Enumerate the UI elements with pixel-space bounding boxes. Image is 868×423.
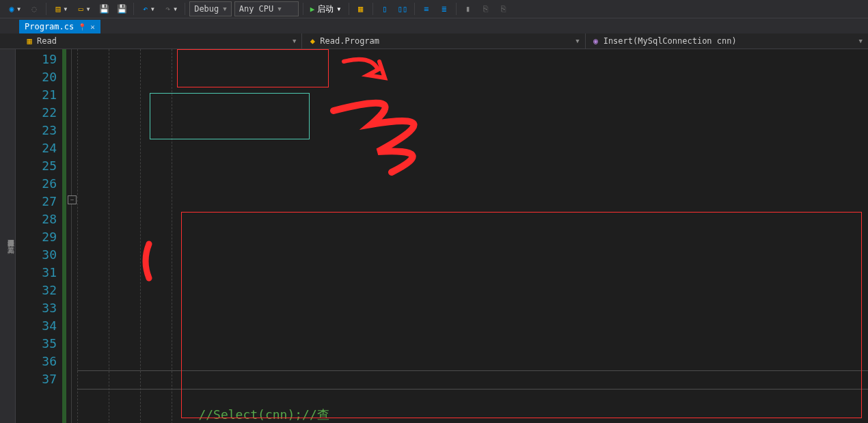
nav-forward-button[interactable]: ◌ bbox=[27, 1, 42, 16]
new-item-button[interactable]: ▤▾ bbox=[51, 1, 70, 16]
fold-toggle-icon[interactable]: − bbox=[68, 195, 77, 204]
annotation-red-box-2 bbox=[181, 212, 862, 418]
nav-back-button[interactable]: ◉▾ bbox=[4, 1, 24, 16]
nav-member-dropdown[interactable]: ◉ Insert(MySqlConnection cnn) ▼ bbox=[586, 33, 868, 49]
main-toolbar: ◉▾ ◌ ▤▾ ▭▾ 💾 💾 ↶▾ ↷▾ Debug▼ Any CPU▼ ▶启动… bbox=[0, 0, 868, 18]
annotation-red-box-1 bbox=[177, 49, 329, 87]
code-editor[interactable]: //Select(cnn);//查 Insert(cnn); Select(cn… bbox=[77, 49, 868, 423]
toolbar-icon-5[interactable]: ≣ bbox=[437, 1, 452, 16]
toolbar-icon-2[interactable]: ▯ bbox=[377, 1, 392, 16]
tab-strip: Program.cs 📍 ✕ bbox=[0, 18, 868, 33]
toolbar-icon-7[interactable]: ⎘ bbox=[496, 1, 511, 16]
left-tool-rail[interactable]: 服务器资源管理器 工具箱 bbox=[0, 49, 16, 423]
undo-button[interactable]: ↶▾ bbox=[138, 1, 158, 16]
start-debug-button[interactable]: ▶启动▾ bbox=[308, 1, 344, 16]
line-number-gutter: 192021 222324 252627 282930 313233 34353… bbox=[16, 49, 62, 423]
platform-dropdown[interactable]: Any CPU▼ bbox=[234, 1, 299, 16]
code-nav-bar: ▦ Read ▼ ◆ Read.Program ▼ ◉ Insert(MySql… bbox=[0, 33, 868, 49]
annotation-teal-box bbox=[150, 93, 310, 139]
editor-main: 服务器资源管理器 工具箱 192021 222324 252627 282930… bbox=[0, 49, 868, 423]
fold-gutter: − bbox=[66, 49, 77, 423]
save-all-button[interactable]: 💾 bbox=[114, 1, 129, 16]
tab-program-cs[interactable]: Program.cs 📍 ✕ bbox=[19, 20, 100, 33]
nav-scope-dropdown[interactable]: ▦ Read ▼ bbox=[19, 33, 302, 49]
code-line: //Select(cnn);//查 bbox=[198, 407, 329, 422]
nav-class-dropdown[interactable]: ◆ Read.Program ▼ bbox=[302, 33, 585, 49]
toolbar-icon-4[interactable]: ≡ bbox=[419, 1, 434, 16]
toolbar-icon-6[interactable]: ⎘ bbox=[478, 1, 493, 16]
bookmark-icon[interactable]: ▮ bbox=[461, 1, 476, 16]
save-button[interactable]: 💾 bbox=[96, 1, 111, 16]
toolbar-icon-3[interactable]: ▯▯ bbox=[395, 1, 410, 16]
pin-icon[interactable]: 📍 bbox=[78, 23, 86, 31]
config-dropdown[interactable]: Debug▼ bbox=[189, 1, 232, 16]
toolbar-icon-1[interactable]: ▦ bbox=[353, 1, 368, 16]
tab-label: Program.cs bbox=[25, 22, 74, 31]
redo-button[interactable]: ↷▾ bbox=[161, 1, 180, 16]
open-button[interactable]: ▭▾ bbox=[73, 1, 93, 16]
close-tab-icon[interactable]: ✕ bbox=[90, 23, 95, 31]
